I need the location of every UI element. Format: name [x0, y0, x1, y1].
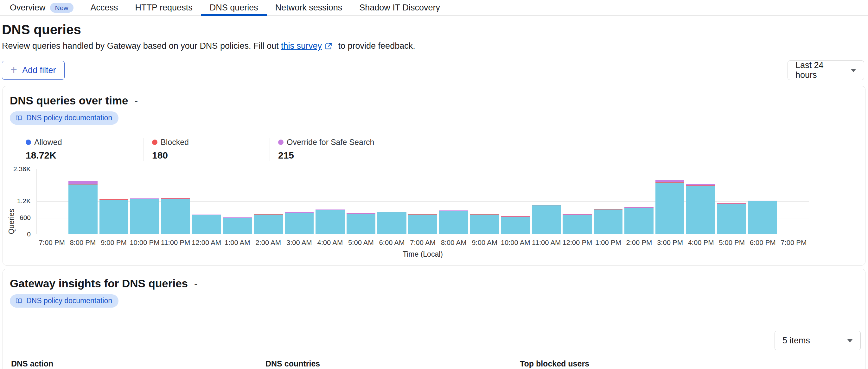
queries-card-head: DNS queries over time - DNS policy docum… — [3, 86, 865, 131]
legend-label-row: Blocked — [152, 138, 270, 147]
chevron-down-icon — [847, 339, 853, 342]
bar-segment-allowed — [130, 199, 159, 234]
tab-label: Overview — [10, 3, 45, 13]
bar-2-00-am-7 — [254, 169, 283, 234]
bar-10-00-am-15 — [501, 169, 530, 234]
insight-header: DNS countries — [266, 359, 435, 369]
x-axis-tick-2-00-pm: 2:00 PM — [624, 239, 655, 247]
legend-value: 180 — [152, 150, 270, 161]
bar-3-00-am-8 — [285, 169, 314, 234]
tab-dns-queries[interactable]: DNS queries — [201, 0, 267, 15]
y-axis-tick-2-36k: 2.36K — [3, 166, 31, 172]
dns-policy-doc-badge[interactable]: DNS policy documentation — [10, 294, 119, 308]
x-axis-tick-10-00-pm: 10:00 PM — [129, 239, 160, 247]
survey-link[interactable]: this survey — [281, 41, 322, 51]
queries-card-title: DNS queries over time — [10, 94, 128, 107]
legend-value: 18.72K — [26, 150, 144, 161]
dns-queries-chart: Queries 7:00 PM8:00 PM9:00 PM10:00 PM11:… — [3, 169, 865, 261]
legend-label-row: Override for Safe Search — [278, 138, 396, 147]
collapse-toggle[interactable]: - — [193, 278, 199, 289]
bar-9-00-am-14 — [470, 169, 499, 234]
description-suffix: to provide feedback. — [336, 41, 415, 51]
bar-segment-allowed — [748, 201, 777, 234]
tab-http-requests[interactable]: HTTP requests — [127, 0, 201, 15]
bar-8-00-pm-1 — [68, 169, 97, 234]
bar-segment-override-for-safe-search — [655, 180, 684, 182]
bar-segment-override-for-safe-search — [68, 181, 97, 184]
tab-bar: OverviewNewAccessHTTP requestsDNS querie… — [0, 0, 868, 16]
items-count-value: 5 items — [782, 336, 810, 345]
collapse-toggle[interactable]: - — [133, 96, 139, 106]
bar-segment-allowed — [192, 215, 221, 234]
bar-12-00-pm-17 — [563, 169, 591, 234]
tab-label: DNS queries — [210, 3, 258, 13]
tab-shadow-it-discovery[interactable]: Shadow IT Discovery — [351, 0, 448, 15]
legend-item-allowed: Allowed18.72K — [26, 138, 144, 161]
bar-6-00-pm-23 — [748, 169, 777, 234]
bar-segment-allowed — [377, 212, 406, 234]
tab-label: HTTP requests — [135, 3, 193, 13]
legend-dot-override-for-safe-search — [278, 140, 283, 145]
bar-2-00-pm-19 — [624, 169, 653, 234]
bar-segment-allowed — [717, 204, 746, 234]
x-axis-tick-3-00-pm: 3:00 PM — [654, 239, 685, 247]
bar-11-00-am-16 — [532, 169, 561, 234]
bar-segment-allowed — [686, 186, 715, 234]
legend-label-row: Allowed — [26, 138, 144, 147]
chevron-down-icon — [850, 69, 856, 72]
items-count-select[interactable]: 5 items — [775, 331, 861, 350]
new-badge: New — [50, 3, 73, 13]
bar-3-00-pm-20 — [655, 169, 684, 234]
x-axis-tick-7-00-pm: 7:00 PM — [778, 239, 809, 247]
x-axis-tick-9-00-pm: 9:00 PM — [98, 239, 129, 247]
legend-item-override-for-safe-search: Override for Safe Search215 — [270, 138, 396, 161]
tab-access[interactable]: Access — [82, 0, 127, 15]
bar-12-00-am-5 — [192, 169, 221, 234]
bar-segment-allowed — [439, 211, 468, 234]
insight-column-dns-countries: DNS countriesUS15.74KIE6.32K — [266, 359, 435, 369]
bar-segment-allowed — [532, 205, 561, 234]
book-icon — [15, 297, 23, 305]
chart-legend: Allowed18.72KBlocked180Override for Safe… — [3, 131, 865, 164]
y-axis-tick-1-2k: 1.2K — [3, 198, 31, 204]
bar-6-00-am-11 — [377, 169, 406, 234]
tab-label: Access — [91, 3, 118, 13]
legend-dot-allowed — [26, 140, 31, 145]
x-axis-title: Time (Local) — [36, 250, 809, 259]
x-axis-tick-4-00-am: 4:00 AM — [315, 239, 346, 247]
legend-label: Override for Safe Search — [287, 138, 374, 147]
x-axis-tick-12-00-am: 12:00 AM — [191, 239, 222, 247]
x-axis-tick-6-00-pm: 6:00 PM — [747, 239, 778, 247]
doc-badge-label: DNS policy documentation — [26, 113, 112, 122]
bar-7-00-am-12 — [408, 169, 437, 234]
insights-card-head: Gateway insights for DNS queries - DNS p… — [3, 269, 865, 314]
x-axis-tick-10-00-am: 10:00 AM — [500, 239, 531, 247]
tab-label: Shadow IT Discovery — [359, 3, 440, 13]
time-range-select[interactable]: Last 24 hours — [787, 61, 864, 80]
add-filter-label: Add filter — [22, 66, 56, 75]
doc-badge-label: DNS policy documentation — [26, 297, 112, 305]
x-axis-tick-8-00-am: 8:00 AM — [438, 239, 469, 247]
tab-label: Network sessions — [275, 3, 342, 13]
insight-header: DNS action — [11, 359, 181, 369]
bar-9-00-pm-2 — [99, 169, 128, 234]
x-axis-tick-12-00-pm: 12:00 PM — [562, 239, 593, 247]
dns-policy-doc-badge[interactable]: DNS policy documentation — [10, 111, 119, 125]
tab-overview[interactable]: OverviewNew — [1, 0, 82, 15]
bar-segment-allowed — [655, 182, 684, 234]
bar-segment-allowed — [347, 214, 375, 234]
bar-1-00-am-6 — [223, 169, 252, 234]
x-axis-tick-1-00-am: 1:00 AM — [222, 239, 253, 247]
bar-4-00-am-9 — [315, 169, 344, 234]
items-select-row: 5 items — [3, 314, 865, 350]
y-axis-tick-600: 600 — [3, 214, 31, 221]
bar-segment-allowed — [501, 217, 530, 234]
x-axis-tick-11-00-pm: 11:00 PM — [160, 239, 191, 247]
bar-segment-allowed — [470, 214, 499, 234]
insight-column-top-blocked-users: Top blocked usersmaggie@skyflash.co180 — [520, 359, 689, 369]
x-axis-tick-7-00-pm: 7:00 PM — [36, 239, 67, 247]
bar-4-00-pm-21 — [686, 169, 715, 234]
x-axis-tick-2-00-am: 2:00 AM — [253, 239, 284, 247]
add-filter-button[interactable]: + Add filter — [2, 61, 65, 80]
tab-network-sessions[interactable]: Network sessions — [267, 0, 351, 15]
